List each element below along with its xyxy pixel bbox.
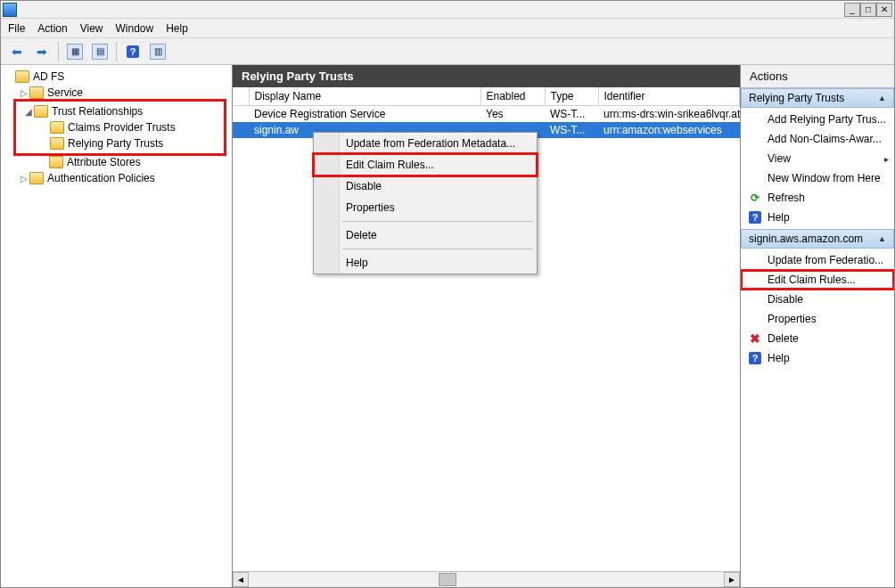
ctx-edit-claim-rules[interactable]: Edit Claim Rules...: [314, 154, 537, 176]
toolbar-button-3[interactable]: ▥: [147, 41, 168, 62]
trust-table: Display Name Enabled Type Identifier Dev…: [233, 87, 740, 138]
action-help[interactable]: ?Help: [741, 208, 894, 227]
table-header-row: Display Name Enabled Type Identifier: [233, 87, 740, 105]
blank-icon: [748, 312, 762, 326]
actions-section-rpt[interactable]: Relying Party Trusts ▲: [741, 88, 894, 108]
maximize-button[interactable]: □: [860, 3, 876, 17]
refresh-icon: ⟳: [748, 191, 762, 205]
action-new-window[interactable]: New Window from Here: [741, 168, 894, 188]
ctx-properties[interactable]: Properties: [314, 197, 537, 218]
tree-label: Claims Provider Trusts: [68, 121, 176, 134]
toolbar-button-2[interactable]: ▤: [89, 41, 111, 62]
folder-icon: [49, 156, 63, 168]
cell-identifier: urn:ms-drs:win-srikea6lvqr.athe: [598, 105, 740, 122]
ctx-help[interactable]: Help: [314, 252, 537, 274]
menubar: File Action View Window Help: [1, 19, 894, 38]
action-add-relying-party[interactable]: Add Relying Party Trus...: [741, 110, 894, 129]
tree-label: Authentication Policies: [47, 172, 155, 184]
folder-icon: [50, 121, 64, 134]
menu-window[interactable]: Window: [116, 22, 154, 35]
delete-icon: ✖: [748, 331, 762, 346]
ctx-delete[interactable]: Delete: [314, 225, 537, 246]
actions-section-signin[interactable]: signin.aws.amazon.com ▲: [741, 229, 894, 249]
action-view[interactable]: View: [741, 149, 894, 168]
tree-authentication-policies[interactable]: ▷ Authentication Policies: [1, 170, 232, 186]
tree-label: AD FS: [33, 70, 64, 83]
menu-action[interactable]: Action: [37, 22, 67, 35]
action-label: Properties: [768, 313, 817, 325]
expander-icon[interactable]: ▷: [19, 174, 29, 184]
menu-view[interactable]: View: [80, 22, 103, 35]
col-identifier[interactable]: Identifier: [598, 87, 740, 105]
folder-icon: [50, 137, 64, 150]
folder-icon: [34, 105, 48, 118]
action-label: Delete: [768, 332, 799, 345]
action-refresh[interactable]: ⟳Refresh: [741, 188, 894, 208]
tree-pane[interactable]: AD FS ▷ Service ◢ Trust Relationships Cl…: [1, 65, 233, 587]
minimize-button[interactable]: _: [844, 3, 860, 17]
actions-pane: Actions Relying Party Trusts ▲ Add Relyi…: [741, 65, 894, 587]
action-disable[interactable]: Disable: [741, 290, 894, 309]
toolbar: ▦ ▤ ? ▥: [1, 38, 894, 65]
action-update-federation[interactable]: Update from Federatio...: [741, 250, 894, 270]
action-add-non-claims[interactable]: Add Non-Claims-Awar...: [741, 129, 894, 149]
ctx-disable[interactable]: Disable: [314, 176, 537, 197]
tree-label: Attribute Stores: [67, 156, 141, 168]
scroll-right-button[interactable]: ►: [724, 572, 740, 587]
menu-help[interactable]: Help: [166, 22, 188, 35]
collapse-icon[interactable]: ▲: [878, 94, 886, 102]
actions-list-2: Update from Federatio... Edit Claim Rule…: [741, 249, 894, 370]
nav-forward-button[interactable]: [31, 41, 53, 62]
tree-root-adfs[interactable]: AD FS: [1, 69, 232, 85]
section-title: signin.aws.amazon.com: [749, 233, 863, 245]
action-delete[interactable]: ✖Delete: [741, 329, 894, 348]
tree-label: Service: [47, 86, 83, 99]
blank-icon: [748, 151, 762, 166]
collapse-icon[interactable]: ▲: [878, 234, 886, 243]
blank-icon: [748, 171, 762, 185]
action-help-2[interactable]: ?Help: [741, 348, 894, 368]
blank-icon: [748, 253, 762, 267]
scroll-left-button[interactable]: ◄: [233, 572, 249, 587]
horizontal-scrollbar[interactable]: ◄ ►: [233, 571, 740, 587]
blank-icon: [748, 132, 762, 146]
col-display-name[interactable]: Display Name: [249, 87, 480, 105]
close-button[interactable]: ✕: [876, 3, 892, 17]
col-enabled[interactable]: Enabled: [480, 87, 545, 105]
action-edit-claim-rules[interactable]: Edit Claim Rules...: [741, 270, 894, 290]
menu-file[interactable]: File: [8, 22, 25, 35]
expander-icon[interactable]: ▷: [19, 88, 29, 98]
blank-icon: [748, 292, 762, 306]
table-wrap[interactable]: Display Name Enabled Type Identifier Dev…: [233, 87, 740, 571]
scroll-track[interactable]: [249, 572, 724, 587]
col-marker[interactable]: [233, 87, 249, 105]
toolbar-help-button[interactable]: ?: [122, 41, 144, 62]
action-label: Disable: [768, 293, 803, 306]
tree-trust-relationships[interactable]: ◢ Trust Relationships: [18, 103, 222, 119]
toolbar-separator: [58, 42, 59, 61]
cell-display-name: Device Registration Service: [249, 105, 480, 122]
table-row[interactable]: Device Registration Service Yes WS-T... …: [233, 105, 740, 122]
tree-label: Relying Party Trusts: [68, 137, 163, 150]
folder-icon: [29, 86, 44, 99]
action-label: Edit Claim Rules...: [768, 274, 856, 286]
tree-relying-party-trusts[interactable]: Relying Party Trusts: [18, 135, 222, 151]
section-title: Relying Party Trusts: [749, 92, 844, 104]
col-type[interactable]: Type: [545, 87, 598, 105]
action-label: New Window from Here: [768, 172, 881, 184]
ctx-update-federation[interactable]: Update from Federation Metadata...: [314, 133, 537, 154]
cell-identifier: urn:amazon:webservices: [598, 122, 740, 138]
toolbar-button-1[interactable]: ▦: [64, 41, 86, 62]
action-properties[interactable]: Properties: [741, 309, 894, 329]
tree-claims-provider-trusts[interactable]: Claims Provider Trusts: [18, 119, 222, 135]
folder-icon: [15, 70, 29, 83]
action-label: View: [768, 152, 879, 165]
action-label: Add Relying Party Trus...: [768, 113, 886, 126]
nav-back-button[interactable]: [6, 41, 28, 62]
expander-icon[interactable]: ◢: [23, 107, 34, 117]
tree-attribute-stores[interactable]: Attribute Stores: [1, 154, 232, 170]
ctx-separator: [342, 249, 533, 249]
action-label: Add Non-Claims-Awar...: [768, 133, 882, 145]
app-icon: [3, 3, 17, 17]
scroll-thumb[interactable]: [439, 573, 456, 586]
